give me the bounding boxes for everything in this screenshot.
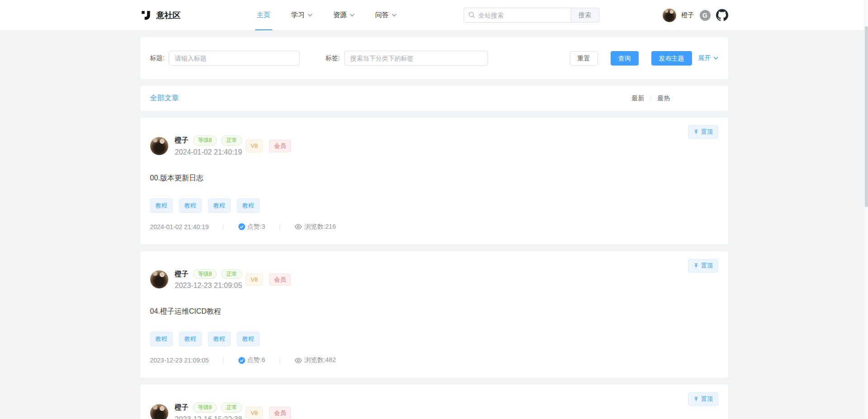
menu-item-learn[interactable]: 学习 [291, 0, 313, 30]
footer-divider [223, 224, 224, 230]
sort-newest[interactable]: 最新 [632, 94, 645, 103]
pin-button[interactable]: 置顶 [688, 259, 718, 273]
like-check-icon [238, 357, 245, 364]
chevron-down-icon [350, 14, 355, 17]
user-area: 橙子 G [663, 9, 728, 22]
member-badge: 会员 [269, 273, 291, 286]
tag-filter-input[interactable] [344, 51, 488, 66]
likes-label: 点赞:3 [247, 223, 266, 231]
author-name[interactable]: 橙子 [175, 270, 189, 278]
pin-button[interactable]: 置顶 [688, 125, 718, 139]
sort-group: 最新 最热 [632, 94, 670, 103]
post-header: 橙子 等级8 正常 2023-12-16 15:22:38 V8 会员 [150, 403, 718, 419]
menu-item-label: 问答 [375, 11, 389, 19]
search-input[interactable] [464, 8, 571, 23]
tag[interactable]: 教程 [179, 332, 202, 346]
post-date: 2023-12-23 21:09:05 [175, 282, 242, 290]
main-menu: 主页 学习 资源 问答 [257, 0, 397, 30]
likes-stat: 点赞:3 [238, 223, 266, 231]
pin-top-icon [693, 263, 699, 268]
post-title[interactable]: 00.版本更新日志 [150, 174, 718, 183]
level-badge: 等级8 [193, 403, 217, 413]
menu-item-home[interactable]: 主页 [257, 0, 270, 30]
footer-date: 2023-12-23 21:09:05 [150, 357, 209, 364]
menu-item-label: 主页 [257, 11, 270, 19]
filter-bar: 标题: 标签: 重置 查询 发布主题 展开 [140, 37, 728, 79]
post-title[interactable]: 04.橙子运维CICD教程 [150, 307, 718, 316]
member-badge: 会员 [269, 407, 291, 419]
all-articles-link[interactable]: 全部文章 [150, 94, 179, 103]
brand-logo-icon [140, 9, 152, 21]
avatar[interactable] [150, 137, 168, 155]
post-card: 置顶 橙子 等级8 正常 2024-01-02 21:40:19 V8 会员 0… [140, 118, 728, 245]
query-button[interactable]: 查询 [611, 51, 639, 66]
tag[interactable]: 教程 [150, 332, 173, 346]
pin-button[interactable]: 置顶 [688, 392, 718, 406]
status-badge: 正常 [221, 269, 242, 279]
tag[interactable]: 教程 [237, 198, 260, 213]
brand[interactable]: 意社区 [140, 9, 181, 21]
site-search: 搜索 [464, 8, 599, 23]
status-badge: 正常 [221, 136, 242, 146]
post-tags: 教程 教程 教程 教程 [150, 332, 718, 346]
vip-badge: V8 [246, 140, 263, 152]
chevron-down-icon [308, 14, 313, 17]
post-header: 橙子 等级8 正常 2023-12-23 21:09:05 V8 会员 [150, 269, 718, 290]
author-name[interactable]: 橙子 [175, 403, 189, 412]
sort-divider [651, 95, 651, 102]
main-content: 标题: 标签: 重置 查询 发布主题 展开 全部文章 最新 最热 置顶 [140, 37, 728, 419]
expand-toggle[interactable]: 展开 [698, 54, 718, 62]
post-date: 2023-12-16 15:22:38 [175, 415, 242, 419]
post-card: 置顶 橙子 等级8 正常 2023-12-23 21:09:05 V8 会员 0… [140, 251, 728, 378]
likes-label: 点赞:6 [247, 356, 266, 364]
menu-item-resources[interactable]: 资源 [333, 0, 355, 30]
chevron-down-icon [392, 14, 397, 17]
eye-icon [294, 223, 302, 231]
status-badge: 正常 [221, 403, 242, 413]
footer-divider [280, 224, 280, 230]
brand-name: 意社区 [157, 10, 181, 21]
views-label: 浏览数:482 [304, 356, 336, 364]
github-icon[interactable] [716, 9, 728, 21]
menu-item-label: 学习 [291, 11, 305, 19]
expand-label: 展开 [698, 54, 711, 62]
reset-button[interactable]: 重置 [570, 51, 598, 66]
views-label: 浏览数:216 [304, 223, 336, 231]
pin-label: 置顶 [701, 395, 713, 403]
avatar[interactable] [663, 9, 676, 22]
views-stat: 浏览数:216 [294, 223, 336, 231]
post-tags: 教程 教程 教程 教程 [150, 198, 718, 213]
title-filter-input[interactable] [169, 51, 300, 66]
tag[interactable]: 教程 [237, 332, 260, 346]
tag[interactable]: 教程 [208, 332, 231, 346]
chevron-down-icon [713, 56, 718, 60]
post-footer: 2024-01-02 21:40:19 点赞:3 浏览数:216 [150, 223, 718, 231]
tag[interactable]: 教程 [208, 198, 231, 213]
pin-top-icon [693, 396, 699, 402]
search-button[interactable]: 搜索 [571, 8, 599, 23]
post-header: 橙子 等级8 正常 2024-01-02 21:40:19 V8 会员 [150, 136, 718, 156]
vip-badge: V8 [246, 273, 263, 286]
sort-hottest[interactable]: 最热 [658, 94, 670, 103]
scrollbar-track[interactable] [864, 0, 868, 419]
pin-label: 置顶 [701, 128, 713, 136]
post-card: 置顶 橙子 等级8 正常 2023-12-16 15:22:38 V8 会员 [140, 385, 728, 419]
navbar: 意社区 主页 学习 资源 问答 [0, 0, 868, 31]
member-badge: 会员 [269, 140, 291, 152]
vip-badge: V8 [246, 407, 263, 419]
avatar[interactable] [150, 270, 168, 288]
eye-icon [294, 357, 302, 364]
list-header: 全部文章 最新 最热 [140, 86, 728, 111]
scrollbar-thumb[interactable] [865, 26, 868, 207]
pin-label: 置顶 [701, 262, 713, 270]
filter-actions: 重置 查询 发布主题 展开 [570, 51, 718, 66]
gitee-icon[interactable]: G [700, 10, 711, 21]
publish-topic-button[interactable]: 发布主题 [651, 51, 692, 66]
tag-filter-label: 标签: [325, 54, 340, 62]
tag[interactable]: 教程 [150, 198, 173, 213]
avatar[interactable] [150, 404, 168, 419]
tag[interactable]: 教程 [179, 198, 202, 213]
author-name[interactable]: 橙子 [175, 136, 189, 145]
search-icon [468, 11, 475, 19]
menu-item-qa[interactable]: 问答 [375, 0, 397, 30]
